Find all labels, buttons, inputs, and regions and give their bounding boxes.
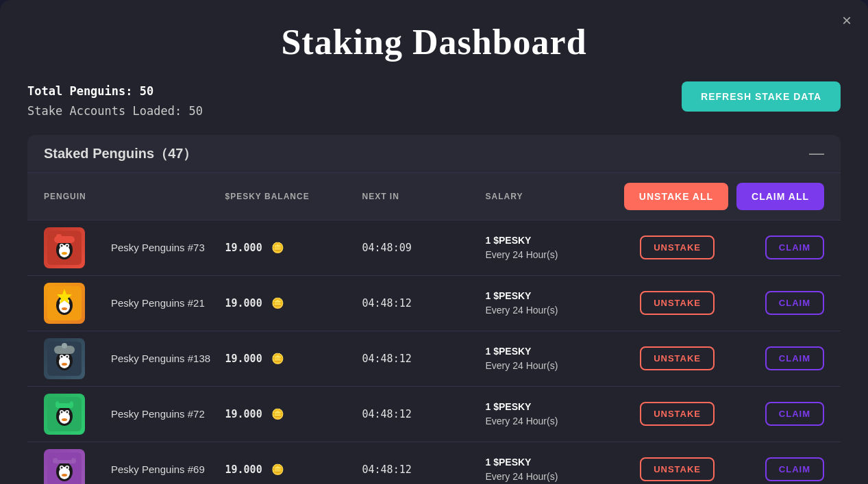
stake-accounts-number: 50	[188, 104, 202, 118]
svg-point-35	[66, 411, 69, 413]
svg-point-34	[61, 411, 63, 413]
staked-penguins-section: Staked Penguins（47） — PENGUIN $PESKY BAL…	[27, 135, 841, 484]
section-header: Staked Penguins（47） —	[27, 135, 841, 173]
next-in-timer: 04:48:09	[362, 242, 486, 254]
svg-point-46	[62, 474, 67, 476]
penguin-avatar	[44, 338, 85, 379]
penguin-name: Pesky Penguins #72	[106, 408, 225, 420]
next-in-timer: 04:48:12	[362, 353, 486, 365]
claim-button[interactable]: CLAIM	[765, 402, 824, 426]
svg-point-7	[62, 252, 67, 255]
salary-info: 1 $PESKY Every 24 Hour(s)	[486, 400, 606, 429]
svg-point-6	[66, 244, 69, 246]
table-body: Pesky Penguins #73 19.000 🪙 04:48:09 1 $…	[27, 220, 841, 484]
claim-all-button[interactable]: CLAIM ALL	[736, 183, 824, 210]
total-penguins-label: Total Penguins:	[27, 84, 133, 98]
unstake-button[interactable]: UNSTAKE	[640, 402, 715, 426]
unstake-action: UNSTAKE	[605, 346, 715, 370]
svg-rect-38	[58, 399, 71, 403]
unstake-action: UNSTAKE	[605, 402, 715, 426]
page-title: Staking Dashboard	[27, 22, 841, 62]
svg-point-25	[66, 355, 69, 357]
penguin-avatar	[44, 227, 85, 268]
svg-rect-9	[56, 234, 62, 238]
table-row: Pesky Penguins #138 19.000 🪙 04:48:12 1 …	[27, 331, 841, 387]
svg-point-45	[66, 466, 69, 468]
svg-point-36	[62, 418, 67, 421]
claim-button[interactable]: CLAIM	[765, 291, 824, 315]
unstake-action: UNSTAKE	[605, 457, 715, 481]
penguin-avatar	[44, 449, 85, 484]
next-in-timer: 04:48:12	[362, 408, 486, 420]
penguin-name: Pesky Penguins #73	[106, 242, 225, 253]
penguin-name: Pesky Penguins #138	[106, 353, 225, 364]
collapse-button[interactable]: —	[809, 146, 824, 161]
table-row: Pesky Penguins #69 19.000 🪙 04:48:12 1 $…	[27, 442, 841, 484]
unstake-button[interactable]: UNSTAKE	[640, 346, 715, 370]
claim-button[interactable]: CLAIM	[765, 346, 824, 370]
penguin-name: Pesky Penguins #69	[106, 463, 225, 475]
claim-action: CLAIM	[715, 235, 824, 259]
unstake-button[interactable]: UNSTAKE	[640, 235, 715, 259]
section-title: Staked Penguins（47）	[44, 144, 197, 163]
refresh-stake-button[interactable]: REFRESH STAKE DATA	[682, 81, 841, 112]
next-in-timer: 04:48:12	[362, 297, 486, 309]
stake-accounts-label: Stake Accounts Loaded:	[27, 104, 182, 118]
col-header-salary: SALARY	[486, 192, 606, 201]
claim-action: CLAIM	[715, 402, 824, 426]
table-row: Pesky Penguins #72 19.000 🪙 04:48:12 1 $…	[27, 387, 841, 442]
unstake-action: UNSTAKE	[605, 291, 715, 315]
penguin-avatar	[44, 394, 85, 435]
svg-point-44	[61, 466, 63, 468]
claim-action: CLAIM	[715, 291, 824, 315]
pesky-balance: 19.000 🪙	[225, 463, 362, 476]
total-penguins-number: 50	[140, 84, 153, 98]
col-header-balance: $PESKY BALANCE	[225, 192, 362, 201]
salary-info: 1 $PESKY Every 24 Hour(s)	[486, 233, 606, 262]
unstake-button[interactable]: UNSTAKE	[640, 457, 715, 481]
penguin-name: Pesky Penguins #21	[106, 297, 225, 309]
staking-dashboard-modal: × Staking Dashboard Total Penguins: 50 S…	[0, 0, 868, 484]
salary-info: 1 $PESKY Every 24 Hour(s)	[486, 455, 606, 484]
svg-point-28	[62, 343, 67, 348]
svg-point-17	[62, 307, 67, 310]
col-header-next-in: NEXT IN	[362, 192, 486, 201]
col-header-penguin: PENGUIN	[44, 192, 106, 201]
svg-point-5	[61, 244, 63, 246]
pesky-balance: 19.000 🪙	[225, 242, 362, 254]
unstake-all-button[interactable]: UNSTAKE ALL	[624, 183, 728, 210]
claim-button[interactable]: CLAIM	[765, 235, 824, 259]
svg-point-26	[62, 363, 67, 366]
svg-rect-48	[57, 455, 72, 460]
header-actions: UNSTAKE ALL CLAIM ALL	[605, 183, 824, 210]
pesky-balance: 19.000 🪙	[225, 353, 362, 365]
claim-action: CLAIM	[715, 346, 824, 370]
table-row: Pesky Penguins #21 19.000 🪙 04:48:12 1 $…	[27, 276, 841, 331]
stats-text: Total Penguins: 50 Stake Accounts Loaded…	[27, 81, 203, 121]
table-row: Pesky Penguins #73 19.000 🪙 04:48:09 1 $…	[27, 220, 841, 276]
next-in-timer: 04:48:12	[362, 463, 486, 476]
pesky-balance: 19.000 🪙	[225, 408, 362, 420]
unstake-action: UNSTAKE	[605, 235, 715, 259]
salary-info: 1 $PESKY Every 24 Hour(s)	[486, 344, 606, 373]
table-header: PENGUIN $PESKY BALANCE NEXT IN SALARY UN…	[27, 173, 841, 220]
salary-info: 1 $PESKY Every 24 Hour(s)	[486, 289, 606, 318]
close-button[interactable]: ×	[842, 12, 852, 29]
unstake-button[interactable]: UNSTAKE	[640, 291, 715, 315]
claim-action: CLAIM	[715, 457, 824, 481]
svg-point-24	[61, 355, 63, 357]
claim-button[interactable]: CLAIM	[765, 457, 824, 481]
pesky-balance: 19.000 🪙	[225, 297, 362, 309]
stats-row: Total Penguins: 50 Stake Accounts Loaded…	[27, 81, 841, 121]
penguin-avatar	[44, 283, 85, 324]
